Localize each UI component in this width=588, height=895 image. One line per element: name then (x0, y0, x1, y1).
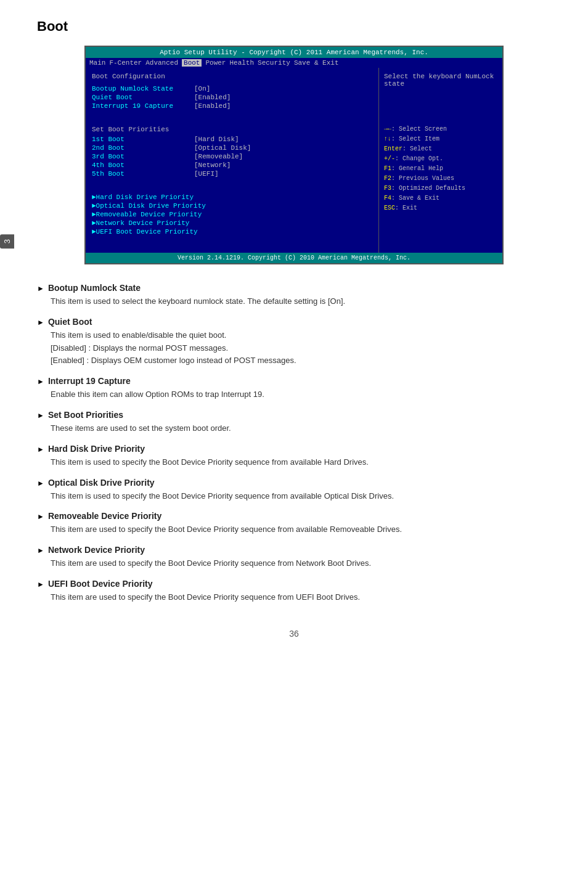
arrow-icon-optical: ► (37, 479, 44, 488)
doc-body-uefi: This item are used to specify the Boot D… (51, 591, 551, 604)
doc-title-hdd: Hard Disk Drive Priority (48, 444, 145, 454)
bios-boot-3rd[interactable]: 3rd Boot [Removeable] (92, 153, 372, 160)
bios-shortcut-enter: Enter: Select (384, 144, 497, 154)
bios-boot-1st[interactable]: 1st Boot [Hard Disk] (92, 136, 372, 143)
arrow-icon-hdd: ► (37, 445, 44, 454)
bios-shortcut-f2: F2: Previous Values (384, 174, 497, 184)
bios-boot-2nd[interactable]: 2nd Boot [Optical Disk] (92, 144, 372, 152)
bios-item-quiet-boot[interactable]: Quiet Boot [Enabled] (92, 94, 372, 101)
bios-submenu-uefi[interactable]: ►UEFI Boot Device Priority (92, 228, 372, 235)
bios-set-priorities-label: Set Boot Priorities (92, 126, 372, 133)
doc-section-uefi: ► UEFI Boot Device Priority This item ar… (37, 579, 551, 604)
bios-submenu-hdd[interactable]: ►Hard Disk Drive Priority (92, 194, 372, 201)
bios-boot-3rd-value: [Removeable] (194, 153, 243, 160)
bios-submenu-optical[interactable]: ►Optical Disk Drive Priority (92, 202, 372, 210)
doc-title-quiet-boot: Quiet Boot (48, 317, 92, 327)
bios-boot-1st-value: [Hard Disk] (194, 136, 239, 143)
bios-numlock-value: [On] (194, 85, 210, 92)
arrow-icon-network: ► (37, 546, 44, 555)
doc-body-set-boot: These items are used to set the system b… (51, 422, 551, 435)
doc-item-header-optical: ► Optical Disk Drive Priority (37, 478, 551, 488)
doc-body-quiet-boot: This item is used to enable/disable the … (51, 329, 551, 367)
bios-submenu-network[interactable]: ►Network Device Priority (92, 219, 372, 227)
bios-nav-security[interactable]: Security (258, 59, 290, 67)
bios-footer: Version 2.14.1219. Copyright (C) 2010 Am… (86, 253, 502, 263)
bios-nav-main[interactable]: Main (89, 59, 105, 67)
bios-keyboard-shortcuts: →←: Select Screen ↑↓: Select Item Enter:… (384, 125, 497, 213)
arrow-icon-set-boot: ► (37, 411, 44, 420)
bios-shortcut-f3: F3: Optimized Defaults (384, 184, 497, 194)
bios-boot-2nd-value: [Optical Disk] (194, 144, 251, 152)
bios-nav-power[interactable]: Power (205, 59, 226, 67)
doc-item-header-set-boot: ► Set Boot Priorities (37, 410, 551, 420)
doc-section-numlock: ► Bootup Numlock State This item is used… (37, 283, 551, 308)
bios-separator-2 (92, 181, 372, 190)
bios-nav-bar: Main F-Center Advanced Boot Power Health… (86, 58, 502, 68)
doc-item-header-removeable: ► Removeable Device Priority (37, 511, 551, 521)
bios-nav-advanced[interactable]: Advanced (145, 59, 178, 67)
doc-title-network: Network Device Priority (48, 545, 145, 555)
doc-section-quiet-boot: ► Quiet Boot This item is used to enable… (37, 317, 551, 367)
bios-boot-3rd-label: 3rd Boot (92, 153, 190, 160)
doc-section-optical: ► Optical Disk Drive Priority This item … (37, 478, 551, 503)
bios-quiet-boot-label: Quiet Boot (92, 94, 190, 101)
doc-body-optical: This item is used to specify the Boot De… (51, 490, 551, 503)
arrow-icon-numlock: ► (37, 284, 44, 293)
bios-boot-5th-value: [UEFI] (194, 170, 219, 178)
doc-item-header-hdd: ► Hard Disk Drive Priority (37, 444, 551, 454)
bios-shortcut-f1: F1: General Help (384, 164, 497, 174)
doc-body-network: This item are used to specify the Boot D… (51, 557, 551, 570)
bios-title-bar: Aptio Setup Utility - Copyright (C) 2011… (86, 47, 502, 58)
bios-boot-4th-label: 4th Boot (92, 161, 190, 169)
doc-section-removeable: ► Removeable Device Priority This item a… (37, 511, 551, 536)
bios-boot-4th[interactable]: 4th Boot [Network] (92, 161, 372, 169)
doc-item-header-quiet-boot: ► Quiet Boot (37, 317, 551, 327)
arrow-icon-uefi: ► (37, 580, 44, 589)
bios-nav-save-exit[interactable]: Save & Exit (294, 59, 339, 67)
bios-separator-1 (92, 113, 372, 122)
doc-section-hdd: ► Hard Disk Drive Priority This item is … (37, 444, 551, 469)
chapter-number: 3 (2, 239, 12, 243)
bios-shortcut-f4: F4: Save & Exit (384, 194, 497, 203)
bios-interrupt-value: [Enabled] (194, 102, 231, 110)
bios-numlock-label: Bootup Numlock State (92, 85, 190, 92)
doc-title-numlock: Bootup Numlock State (48, 283, 141, 293)
bios-body: Boot Configuration Bootup Numlock State … (86, 68, 502, 253)
doc-section-network: ► Network Device Priority This item are … (37, 545, 551, 570)
bios-boot-5th[interactable]: 5th Boot [UEFI] (92, 170, 372, 178)
doc-section-interrupt: ► Interrupt 19 Capture Enable this item … (37, 376, 551, 401)
bios-quiet-boot-value: [Enabled] (194, 94, 231, 101)
arrow-icon-interrupt: ► (37, 377, 44, 386)
bios-boot-5th-label: 5th Boot (92, 170, 190, 178)
doc-item-header-network: ► Network Device Priority (37, 545, 551, 555)
doc-title-interrupt: Interrupt 19 Capture (48, 376, 131, 386)
bios-shortcut-select-item: ↑↓: Select Item (384, 134, 497, 144)
bios-shortcut-change: +/-: Change Opt. (384, 154, 497, 164)
page-title: Boot (37, 18, 551, 35)
bios-boot-4th-value: [Network] (194, 161, 231, 169)
bios-item-numlock[interactable]: Bootup Numlock State [On] (92, 85, 372, 92)
bios-interrupt-label: Interrupt 19 Capture (92, 102, 190, 110)
bios-submenu-removeable[interactable]: ►Removeable Device Priority (92, 211, 372, 218)
chapter-tab: 3 (0, 234, 14, 248)
doc-item-header-uefi: ► UEFI Boot Device Priority (37, 579, 551, 589)
bios-item-interrupt[interactable]: Interrupt 19 Capture [Enabled] (92, 102, 372, 110)
doc-item-header-numlock: ► Bootup Numlock State (37, 283, 551, 293)
bios-nav-boot[interactable]: Boot (182, 59, 202, 67)
bios-section-title: Boot Configuration (92, 73, 372, 80)
page-number: 36 (37, 629, 551, 639)
bios-boot-2nd-label: 2nd Boot (92, 144, 190, 152)
doc-body-numlock: This item is used to select the keyboard… (51, 295, 551, 308)
doc-content: ► Bootup Numlock State This item is used… (37, 283, 551, 604)
bios-boot-1st-label: 1st Boot (92, 136, 190, 143)
bios-help-text: Select the keyboard NumLockstate (384, 73, 497, 88)
doc-title-optical: Optical Disk Drive Priority (48, 478, 155, 488)
doc-section-set-boot: ► Set Boot Priorities These items are us… (37, 410, 551, 435)
arrow-icon-quiet-boot: ► (37, 318, 44, 327)
bios-sidebar-panel: Select the keyboard NumLockstate →←: Sel… (379, 68, 502, 253)
bios-nav-health[interactable]: Health (229, 59, 254, 67)
bios-screen: Aptio Setup Utility - Copyright (C) 2011… (84, 46, 504, 264)
bios-nav-fcenter[interactable]: F-Center (109, 59, 142, 67)
bios-shortcut-esc: ESC: Exit (384, 203, 497, 213)
doc-item-header-interrupt: ► Interrupt 19 Capture (37, 376, 551, 386)
